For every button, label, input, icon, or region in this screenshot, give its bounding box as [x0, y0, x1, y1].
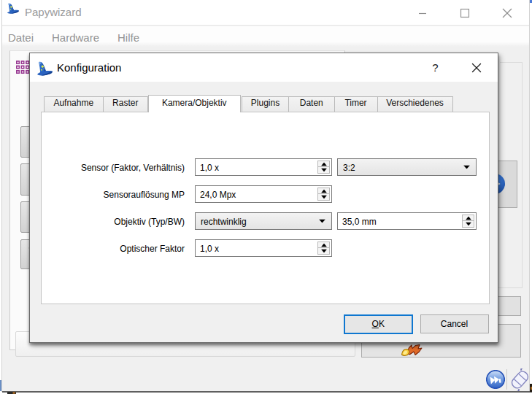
window-bottom-border [2, 391, 532, 393]
label-sensoraufloesung: Sensorauflösung MP [30, 185, 185, 203]
spin-up-icon [466, 216, 471, 220]
tab-kamera-objektiv[interactable]: Kamera/Objektiv [148, 95, 242, 113]
main-titlebar: Papywizard [2, 0, 529, 26]
right-groupbox-border-top [500, 62, 523, 63]
spin-up-button[interactable] [318, 161, 329, 167]
close-button[interactable] [490, 0, 523, 26]
spin-up-icon [321, 243, 327, 247]
maximize-icon [460, 8, 469, 18]
sensor-faktor-value: 1,0 x [200, 159, 219, 175]
dialog-logo-icon [36, 61, 53, 77]
flame-icon [399, 343, 423, 358]
label-sensor-faktor: Sensor (Faktor, Verhältnis) [30, 158, 185, 176]
tab-daten[interactable]: Daten [289, 96, 335, 112]
spin-down-icon [321, 250, 327, 253]
optical-factor-value: 1,0 x [200, 240, 219, 256]
lens-type-combobox[interactable]: rechtwinklig [195, 212, 332, 230]
tab-raster[interactable]: Raster [104, 96, 148, 112]
tab-content-panel [41, 112, 490, 304]
lens-type-value: rechtwinklig [201, 213, 247, 229]
spin-up-icon [321, 162, 327, 166]
spin-down-icon [321, 169, 327, 172]
ok-button-label: OK [345, 316, 412, 333]
spin-down-button[interactable] [318, 248, 329, 254]
right-groupbox-border-bottom [498, 287, 523, 288]
close-icon [502, 8, 512, 18]
combo-arrow-icon [463, 166, 470, 169]
sensor-ratio-value: 3:2 [343, 159, 355, 175]
sensor-resolution-value: 24,0 Mpx [200, 186, 236, 202]
spin-down-button[interactable] [318, 194, 329, 200]
minimize-button[interactable] [406, 0, 439, 26]
sensor-resolution-spinbox[interactable]: 24,0 Mpx [195, 185, 332, 203]
dialog-title: Konfiguration [57, 53, 121, 82]
cancel-button[interactable]: Cancel [420, 314, 489, 333]
spin-up-button[interactable] [463, 215, 474, 221]
spin-down-icon [466, 223, 471, 226]
connection-status-icon[interactable] [510, 368, 530, 391]
optical-factor-spin-buttons [317, 242, 330, 255]
optical-factor-spinbox[interactable]: 1,0 x [195, 239, 332, 257]
tab-aufnahme[interactable]: Aufnahme [44, 96, 104, 112]
menubar-fade [2, 42, 529, 47]
spin-down-icon [321, 196, 327, 199]
ok-button[interactable]: OK [344, 314, 413, 335]
sensor-ratio-combobox[interactable]: 3:2 [337, 158, 477, 176]
label-objektiv-typ: Objektiv (Typ/BW) [30, 212, 185, 230]
focal-length-spinbox[interactable]: 35,0 mm [337, 212, 477, 230]
right-groupbox-border-right [522, 62, 523, 288]
focal-length-spin-buttons [462, 215, 474, 228]
dialog-close-icon [472, 63, 482, 72]
tab-timer[interactable]: Timer [335, 96, 378, 112]
spin-up-icon [321, 189, 327, 193]
tab-plugins[interactable]: Plugins [242, 96, 289, 112]
app-logo-icon [7, 3, 19, 15]
sensor-faktor-spin-buttons [317, 161, 330, 174]
sensor-faktor-spinbox[interactable]: 1,0 x [195, 158, 332, 176]
spin-up-button[interactable] [318, 188, 329, 194]
statusbar-separator [506, 369, 507, 390]
screen: Papywizard Datei Hardware Hilfe [0, 0, 532, 394]
fastforward-status-icon[interactable] [486, 370, 505, 389]
tab-verschiedenes[interactable]: Verschiedenes [378, 96, 453, 112]
minimize-icon [418, 9, 427, 18]
focal-length-value: 35,0 mm [342, 213, 377, 229]
spin-down-button[interactable] [318, 167, 329, 173]
mosaic-grid-icon [16, 61, 30, 74]
label-optischer-faktor: Optischer Faktor [30, 239, 185, 257]
dialog-titlebar: Konfiguration ? [30, 53, 498, 82]
dialog-help-button[interactable]: ? [421, 53, 450, 82]
dialog-close-button[interactable] [462, 53, 491, 82]
window-title: Papywizard [25, 0, 82, 24]
spin-up-button[interactable] [318, 242, 329, 248]
background-artifact-left [0, 380, 1, 391]
combo-arrow-icon [319, 220, 325, 223]
sensor-resolution-spin-buttons [317, 188, 330, 201]
maximize-button[interactable] [448, 0, 481, 26]
spin-down-button[interactable] [463, 221, 474, 227]
konfiguration-dialog: Konfiguration ? Aufnahme Raster Kamera/O… [29, 53, 498, 343]
